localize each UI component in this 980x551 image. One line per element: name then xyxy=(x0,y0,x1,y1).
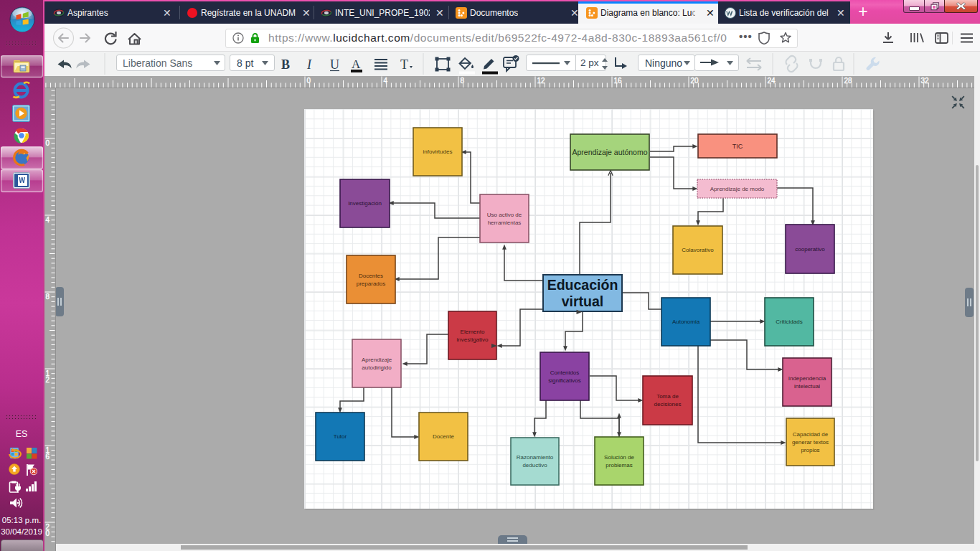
svg-text:4: 4 xyxy=(384,77,388,85)
svg-text:Autonomia: Autonomia xyxy=(672,319,700,325)
svg-text:investigativo: investigativo xyxy=(456,336,489,343)
svg-text:Investigación: Investigación xyxy=(348,200,382,207)
svg-text:deductivo: deductivo xyxy=(522,462,547,468)
svg-text:significativos: significativos xyxy=(548,377,580,384)
svg-text:generar textos: generar textos xyxy=(792,439,829,446)
svg-text:Aprendizaje autónomo: Aprendizaje autónomo xyxy=(572,148,647,156)
svg-text:Solución de: Solución de xyxy=(604,454,634,461)
svg-text:Razonamiento: Razonamiento xyxy=(517,454,554,461)
svg-text:decisiones: decisiones xyxy=(654,401,682,408)
svg-text:0: 0 xyxy=(307,77,311,85)
svg-text:Criticidads: Criticidads xyxy=(776,319,802,325)
svg-text:U: U xyxy=(330,57,339,72)
svg-text:Tutor: Tutor xyxy=(334,433,347,440)
svg-text:herramientas: herramientas xyxy=(488,220,522,226)
svg-text:virtual: virtual xyxy=(562,293,604,309)
svg-text:autodirigido: autodirigido xyxy=(362,364,392,371)
svg-text:Elemento: Elemento xyxy=(461,329,485,335)
svg-text:8: 8 xyxy=(46,293,50,301)
svg-text:0: 0 xyxy=(46,529,50,537)
svg-text:Docente: Docente xyxy=(433,433,454,440)
svg-text:20: 20 xyxy=(691,77,699,85)
svg-text:Contenidos: Contenidos xyxy=(550,369,579,376)
svg-text:24: 24 xyxy=(768,77,776,85)
svg-text:propios: propios xyxy=(801,447,819,453)
svg-text:problemas: problemas xyxy=(606,462,632,468)
svg-text:12: 12 xyxy=(537,77,546,85)
svg-text:preparados: preparados xyxy=(357,281,385,287)
svg-text:2: 2 xyxy=(46,376,50,384)
svg-text:Toma de: Toma de xyxy=(656,393,679,400)
svg-text:Aprendizaje: Aprendizaje xyxy=(362,357,392,363)
svg-text:infovirtudes: infovirtudes xyxy=(423,149,453,155)
svg-text:cooperativo: cooperativo xyxy=(795,246,825,253)
svg-text:28: 28 xyxy=(844,77,853,85)
svg-text:0: 0 xyxy=(46,139,50,147)
svg-text:Independencia: Independencia xyxy=(788,375,826,382)
svg-text:A: A xyxy=(352,57,361,71)
svg-text:B: B xyxy=(281,57,290,72)
svg-text:6: 6 xyxy=(46,453,50,461)
svg-text:intelectual: intelectual xyxy=(794,383,820,390)
svg-text:Colavorativo: Colavorativo xyxy=(682,247,714,253)
svg-text:T: T xyxy=(400,57,408,72)
svg-text:Docentes: Docentes xyxy=(359,273,383,279)
svg-text:TIC: TIC xyxy=(732,143,743,150)
svg-text:Uso activo de: Uso activo de xyxy=(487,212,522,218)
svg-text:4: 4 xyxy=(46,216,50,224)
svg-text:16: 16 xyxy=(614,77,623,85)
svg-text:Capacidad de: Capacidad de xyxy=(793,431,829,438)
svg-text:32: 32 xyxy=(921,77,930,85)
svg-text:Educación: Educación xyxy=(547,277,618,293)
svg-text:Aprendizaje de modo: Aprendizaje de modo xyxy=(710,186,765,192)
svg-text:I: I xyxy=(306,57,312,72)
svg-text:8: 8 xyxy=(461,77,465,85)
